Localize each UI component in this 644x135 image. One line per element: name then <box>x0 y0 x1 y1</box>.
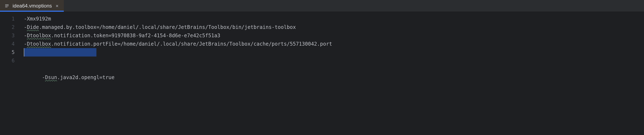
code-line[interactable]: -Dsun.java2d.opengl=true <box>20 48 644 56</box>
tab-bar: idea64.vmoptions ✕ <box>0 0 644 12</box>
file-icon <box>4 4 9 8</box>
tab-label: idea64.vmoptions <box>12 3 52 9</box>
tab-idea64-vmoptions[interactable]: idea64.vmoptions ✕ <box>0 0 64 12</box>
code-line[interactable]: -Dtoolbox.notification.portFile=/home/da… <box>20 40 644 48</box>
code-line[interactable]: -Dtoolbox.notification.token=91970838-9a… <box>20 32 644 40</box>
caret <box>24 48 24 56</box>
close-icon[interactable]: ✕ <box>55 3 59 8</box>
code-text: -Xmx9192m <box>24 16 51 22</box>
code-area[interactable]: -Xmx9192m -Dide.managed.by.toolbox=/home… <box>20 12 644 135</box>
line-number: 2 <box>0 23 20 32</box>
gutter: 1 2 3 4 5 6 <box>0 12 20 135</box>
code-line[interactable]: -Dide.managed.by.toolbox=/home/daniel/.l… <box>20 23 644 32</box>
line-number: 3 <box>0 32 20 40</box>
line-number: 5 <box>0 48 20 56</box>
editor[interactable]: 1 2 3 4 5 6 -Xmx9192m -Dide.managed.by.t… <box>0 12 644 135</box>
code-text: -Dtoolbox.notification.portFile=/home/da… <box>24 41 332 47</box>
code-text: -Dtoolbox.notification.token=91970838-9a… <box>24 33 220 38</box>
line-number: 4 <box>0 40 20 48</box>
line-number: 6 <box>0 56 20 65</box>
line-number: 1 <box>0 15 20 23</box>
selection-highlight <box>24 48 96 56</box>
code-line[interactable]: -Xmx9192m <box>20 15 644 23</box>
code-line[interactable] <box>20 56 644 65</box>
code-text: -Dsun.java2d.opengl=true <box>42 74 114 80</box>
code-text: -Dide.managed.by.toolbox=/home/daniel/.l… <box>24 24 296 30</box>
